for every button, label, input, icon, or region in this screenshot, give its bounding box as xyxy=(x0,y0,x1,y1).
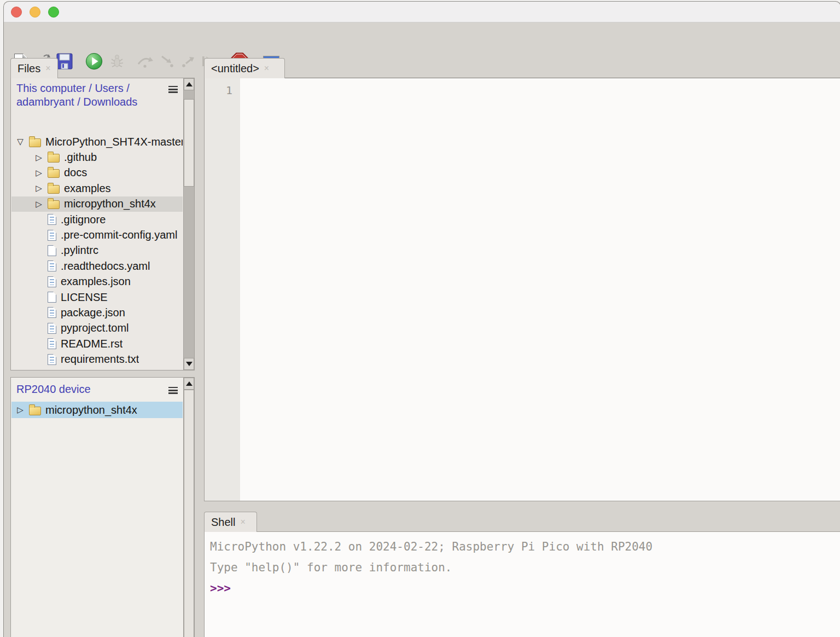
folder-icon xyxy=(48,169,60,178)
step-over-icon xyxy=(137,54,154,68)
path-separator: / xyxy=(77,96,80,108)
tree-item-file[interactable]: README.rst xyxy=(11,336,183,351)
tab-files[interactable]: Files × xyxy=(10,58,58,78)
tree-item-file[interactable]: LICENSE xyxy=(11,289,183,305)
run-button[interactable] xyxy=(85,52,103,71)
folder-icon xyxy=(48,154,60,163)
step-into-icon xyxy=(160,54,175,68)
arrow-up-icon xyxy=(186,82,192,86)
device-panel-title: RP2040 device xyxy=(16,383,91,396)
step-into-button xyxy=(158,52,177,71)
save-file-button[interactable] xyxy=(55,52,74,71)
folder-icon xyxy=(29,138,41,147)
tree-item-file[interactable]: .pre-commit-config.yaml xyxy=(11,227,183,242)
chevron-expanded-icon[interactable]: ▽ xyxy=(16,137,25,147)
shell-welcome-line: MicroPython v1.22.2 on 2024-02-22; Raspb… xyxy=(210,536,840,557)
path-segment-adambryant[interactable]: adambryant xyxy=(16,96,74,108)
line-number: 1 xyxy=(226,84,232,97)
close-shell-tab-icon[interactable]: × xyxy=(240,518,245,526)
tree-item-file[interactable]: .readthedocs.yaml xyxy=(11,258,183,274)
tree-item-folder[interactable]: ▷ .github xyxy=(11,149,183,165)
files-tree: ▽ MicroPython_SHT4X-master ▷ .github ▷ d… xyxy=(11,134,183,369)
tab-editor-untitled[interactable]: <untitled> × xyxy=(204,58,285,78)
close-editor-tab-icon[interactable]: × xyxy=(264,64,269,73)
close-files-tab-icon[interactable]: × xyxy=(45,64,50,73)
shell-panel[interactable]: MicroPython v1.22.2 on 2024-02-22; Raspb… xyxy=(204,531,840,637)
text-file-icon xyxy=(48,276,56,287)
device-menu-icon[interactable] xyxy=(168,387,178,394)
chevron-collapsed-icon[interactable]: ▷ xyxy=(34,183,43,193)
scroll-down-button[interactable] xyxy=(184,358,194,370)
titlebar[interactable] xyxy=(4,2,840,22)
text-file-icon xyxy=(48,338,56,349)
editor-panel: 1 xyxy=(204,78,840,501)
text-file-icon xyxy=(48,307,56,318)
scrollbar-thumb[interactable] xyxy=(184,390,194,637)
path-separator: / xyxy=(89,82,92,94)
tree-item-folder[interactable]: ▷ docs xyxy=(11,165,183,181)
chevron-collapsed-icon[interactable]: ▷ xyxy=(34,199,43,209)
close-window-button[interactable] xyxy=(11,7,22,18)
device-scrollbar[interactable] xyxy=(183,378,194,637)
tab-shell[interactable]: Shell × xyxy=(204,512,257,532)
path-separator: / xyxy=(126,82,130,94)
text-file-icon xyxy=(48,230,56,241)
save-floppy-icon xyxy=(56,53,73,70)
line-number-gutter: 1 xyxy=(205,78,240,501)
tree-item-file[interactable]: requirements.txt xyxy=(11,351,183,367)
tree-item-folder[interactable]: ▽ MicroPython_SHT4X-master xyxy=(11,134,183,149)
tree-item-folder-selected[interactable]: ▷ micropython_sht4x xyxy=(11,402,183,418)
editor-tab-label: <untitled> xyxy=(211,62,259,75)
bug-icon xyxy=(109,54,125,69)
shell-prompt: >>> xyxy=(210,578,840,599)
step-over-button xyxy=(136,52,155,71)
shell-help-line: Type "help()" for more information. xyxy=(210,557,840,578)
plain-file-icon xyxy=(48,245,56,256)
tree-item-folder-selected[interactable]: ▷ micropython_sht4x xyxy=(11,196,183,212)
vertical-splitter[interactable] xyxy=(195,58,204,637)
run-icon xyxy=(85,51,103,71)
folder-icon xyxy=(48,185,60,194)
chevron-collapsed-icon[interactable]: ▷ xyxy=(16,405,25,415)
text-file-icon xyxy=(48,323,56,334)
text-file-icon xyxy=(48,260,56,271)
files-scrollbar[interactable] xyxy=(183,78,194,370)
text-file-icon xyxy=(48,214,56,225)
plain-file-icon xyxy=(48,292,56,303)
arrow-down-icon xyxy=(186,362,192,366)
breadcrumb: This computer / Users / adambryant / Dow… xyxy=(16,82,173,109)
path-root-link[interactable]: This computer xyxy=(16,82,86,94)
minimize-window-button[interactable] xyxy=(30,7,40,18)
folder-icon xyxy=(48,200,60,209)
files-menu-icon[interactable] xyxy=(168,86,178,93)
tree-item-file[interactable]: .gitignore xyxy=(11,212,183,227)
tree-item-file[interactable]: pyproject.toml xyxy=(11,321,183,336)
zoom-window-button[interactable] xyxy=(48,7,59,18)
path-segment-downloads[interactable]: Downloads xyxy=(83,96,137,108)
scroll-up-button[interactable] xyxy=(184,378,194,390)
device-tree: ▷ micropython_sht4x xyxy=(11,402,183,418)
tree-item-file[interactable]: package.json xyxy=(11,305,183,320)
debug-button xyxy=(108,52,126,71)
scroll-up-button[interactable] xyxy=(184,78,194,90)
shell-tab-label: Shell xyxy=(211,516,235,529)
files-tab-label: Files xyxy=(18,62,40,75)
files-panel: This computer / Users / adambryant / Dow… xyxy=(10,78,195,370)
tree-item-file[interactable]: examples.json xyxy=(11,274,183,289)
text-file-icon xyxy=(48,354,56,365)
arrow-up-icon xyxy=(186,381,192,386)
code-editor[interactable] xyxy=(240,78,840,501)
device-panel: RP2040 device ▷ micropython_sht4x xyxy=(10,377,195,637)
tree-item-file[interactable]: .pylintrc xyxy=(11,243,183,258)
folder-icon xyxy=(29,407,41,415)
horizontal-splitter[interactable] xyxy=(204,501,840,512)
tree-item-folder[interactable]: ▷ examples xyxy=(11,181,183,196)
chevron-collapsed-icon[interactable]: ▷ xyxy=(34,153,43,163)
chevron-collapsed-icon[interactable]: ▷ xyxy=(34,168,43,178)
app-window: STOP Files × This computer / Users / ada… xyxy=(3,1,840,637)
toolbar: STOP xyxy=(4,22,840,59)
step-out-icon xyxy=(180,54,196,68)
scrollbar-thumb[interactable] xyxy=(184,99,194,187)
path-segment-users[interactable]: Users xyxy=(95,82,123,94)
